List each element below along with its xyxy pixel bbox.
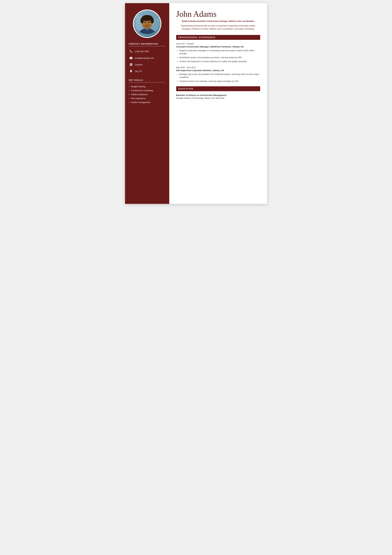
skill-item: Safety compliance xyxy=(129,93,165,96)
skills-section-title: Key Skills xyxy=(129,79,165,82)
contact-location: City, ST xyxy=(129,69,165,73)
job-dates-1: June 2017 - Present xyxy=(176,43,260,45)
avatar-section xyxy=(130,3,164,43)
job-bullet: Support construction managers in coordin… xyxy=(179,49,260,55)
contact-section-title: Contact Information xyxy=(129,43,165,46)
sidebar: Contact Information (123) 456-7890 email… xyxy=(125,3,169,204)
svg-point-15 xyxy=(149,22,150,22)
contact-section: Contact Information (123) 456-7890 email… xyxy=(125,43,169,76)
resume-container: Contact Information (123) 456-7890 email… xyxy=(125,3,267,204)
job-entry-2: May 2015 - June 2017 Site Supervisor | D… xyxy=(176,66,260,83)
contact-linkedin: LinkedIn xyxy=(129,62,165,67)
contact-email: email@example.com xyxy=(129,56,165,60)
job-bullets-1: Support construction managers in coordin… xyxy=(176,49,260,63)
skill-item: Construction scheduling xyxy=(129,89,165,92)
job-title-2: Site Supervisor | Dynamic Builders, Atla… xyxy=(176,69,260,72)
svg-point-14 xyxy=(145,22,146,22)
job-title-1: Assistant Construction Manager | BuildTe… xyxy=(176,45,260,48)
person-name: John Adams xyxy=(176,9,260,18)
main-content: John Adams Detail-oriented assistant con… xyxy=(169,3,267,204)
linkedin-value: LinkedIn xyxy=(135,64,143,66)
email-icon xyxy=(129,56,133,60)
job-bullet: Tracked inventory and materials, reducin… xyxy=(179,80,260,83)
email-value: email@example.com xyxy=(135,57,154,59)
skill-item: Budget tracking xyxy=(129,85,165,88)
avatar-image xyxy=(134,10,161,37)
person-summary: Experienced professional with six years … xyxy=(176,24,260,30)
job-bullet: Conduct site inspections to ensure adher… xyxy=(179,60,260,63)
skills-list: Budget tracking Construction scheduling … xyxy=(129,85,165,103)
education-section-header: Education xyxy=(176,86,260,91)
education-details: Georgia Institute of Technology, Atlanta… xyxy=(176,97,260,99)
job-bullets-2: Managed day-to-day site operations for r… xyxy=(176,73,260,83)
education-degree: Bachelor of Science in Construction Mana… xyxy=(176,94,260,96)
phone-value: (123) 456-7890 xyxy=(135,50,149,53)
phone-icon xyxy=(129,49,133,54)
svg-point-16 xyxy=(146,23,148,24)
job-bullet: Streamlined vendor communication process… xyxy=(179,56,260,59)
skill-item: Site inspections xyxy=(129,97,165,100)
linkedin-icon xyxy=(129,62,133,67)
skill-item: Vendor management xyxy=(129,101,165,103)
svg-point-9 xyxy=(141,18,144,23)
location-value: City, ST xyxy=(135,70,142,73)
job-dates-2: May 2015 - June 2017 xyxy=(176,66,260,69)
education-entry-1: Bachelor of Science in Construction Mana… xyxy=(176,94,260,99)
contact-phone: (123) 456-7890 xyxy=(129,49,165,54)
job-entry-1: June 2017 - Present Assistant Constructi… xyxy=(176,43,260,63)
experience-section-header: Professional Experience xyxy=(176,35,260,40)
avatar xyxy=(133,9,161,38)
svg-point-10 xyxy=(151,18,154,23)
skills-section: Key Skills Budget tracking Construction … xyxy=(125,79,169,105)
job-bullet: Managed day-to-day site operations for r… xyxy=(179,73,260,79)
location-icon xyxy=(129,69,133,73)
person-tagline: Detail-oriented assistant construction m… xyxy=(176,20,260,22)
